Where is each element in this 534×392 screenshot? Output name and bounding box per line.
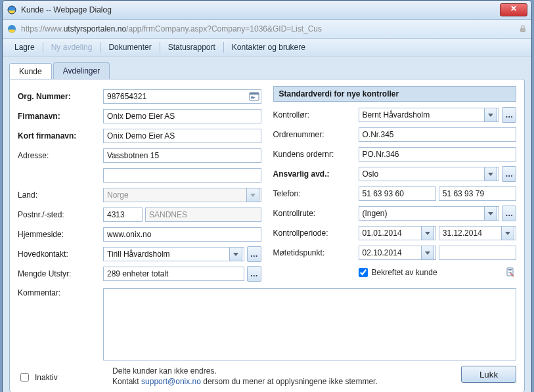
menu-separator <box>223 42 224 53</box>
registry-lookup-icon[interactable] <box>248 91 260 102</box>
tab-avdelinger[interactable]: Avdelinger <box>53 62 110 79</box>
chevron-down-icon[interactable] <box>484 108 497 122</box>
label-land: Land: <box>18 190 103 200</box>
input-adresse-2[interactable] <box>103 168 261 183</box>
svg-rect-10 <box>508 269 512 270</box>
label-bekreftet: Bekreftet av kunde <box>372 268 437 277</box>
input-telefon-2[interactable] <box>439 186 516 201</box>
label-kort-firmanavn: Kort firmanavn: <box>18 131 103 141</box>
input-poststed <box>145 207 261 222</box>
label-ordrenummer: Ordrenummer: <box>273 130 359 139</box>
chevron-down-icon[interactable] <box>246 188 259 202</box>
right-column: Standardverdi for nye kontroller Kontrol… <box>273 89 517 286</box>
url-bar: https://www.utstyrsportalen.no/app/frmCo… <box>3 20 531 39</box>
label-kontrollperiode: Kontrollperiode: <box>273 229 359 238</box>
window-title: Kunde -- Webpage Dialog <box>21 5 500 14</box>
label-hovedkontakt: Hovedkontakt: <box>18 250 103 259</box>
lookup-ansvarlig-button[interactable]: … <box>502 166 516 182</box>
date-periode-fra[interactable]: 01.01.2014 <box>359 226 436 240</box>
input-hjemmeside[interactable] <box>103 227 261 242</box>
form-panel: Org. Nummer: Firmanavn: Kort fi <box>9 79 525 392</box>
checkbox-inaktiv-input[interactable] <box>20 373 29 381</box>
checkbox-inaktiv[interactable]: Inaktiv <box>18 371 103 383</box>
input-mengde-utstyr[interactable] <box>103 267 244 281</box>
input-motetidspunkt-extra[interactable] <box>439 246 516 260</box>
section-standardverdier: Standardverdi for nye kontroller <box>273 86 517 102</box>
chevron-down-icon[interactable] <box>229 247 242 261</box>
chevron-down-icon[interactable] <box>484 206 497 221</box>
checkbox-bekreftet[interactable]: Bekreftet av kunde <box>359 268 437 277</box>
svg-rect-11 <box>508 271 512 271</box>
label-kontrollor: Kontrollør: <box>273 110 359 120</box>
svg-rect-3 <box>520 28 525 32</box>
tab-kunde[interactable]: Kunde <box>9 63 52 79</box>
combo-hovedkontakt[interactable]: Tirill Håvardsholm <box>103 247 244 261</box>
menu-ny-avdeling: Ny avdeling <box>46 39 98 56</box>
svg-rect-12 <box>508 272 512 272</box>
chevron-down-icon[interactable] <box>484 167 497 181</box>
label-inaktiv: Inaktiv <box>35 373 58 382</box>
date-periode-til[interactable]: 31.12.2014 <box>439 226 516 240</box>
svg-rect-5 <box>250 93 259 95</box>
input-telefon-1[interactable] <box>359 186 436 201</box>
footer-message: Delte kunder kan ikke endres. Kontakt su… <box>112 366 452 387</box>
menu-separator <box>100 42 100 53</box>
input-firmanavn[interactable] <box>103 109 261 123</box>
menu-dokumenter[interactable]: Dokumenter <box>103 39 156 56</box>
combo-kontrollrute[interactable]: (Ingen) <box>359 206 500 221</box>
label-orgnr: Org. Nummer: <box>18 92 103 101</box>
lookup-hovedkontakt-button[interactable]: … <box>247 246 261 262</box>
support-email-link[interactable]: support@onix.no <box>141 377 201 386</box>
lookup-mengde-button[interactable]: … <box>247 266 261 282</box>
label-kontrollrute: Kontrollrute: <box>273 209 359 218</box>
textarea-kommentar[interactable] <box>103 288 516 360</box>
chevron-down-icon[interactable] <box>421 226 434 240</box>
titlebar: Kunde -- Webpage Dialog ✕ <box>3 1 531 20</box>
svg-rect-7 <box>251 97 255 98</box>
menu-separator <box>160 42 160 53</box>
svg-rect-6 <box>251 96 254 97</box>
input-postnr[interactable] <box>103 207 143 222</box>
menu-lagre[interactable]: Lagre <box>9 39 40 56</box>
label-firmanavn: Firmanavn: <box>18 112 103 121</box>
input-kort-firmanavn[interactable] <box>103 129 261 143</box>
label-adresse: Adresse: <box>18 151 103 160</box>
menu-kontakter[interactable]: Kontakter og brukere <box>227 39 311 56</box>
date-motetidspunkt[interactable]: 02.10.2014 <box>359 246 436 260</box>
combo-land[interactable]: Norge <box>103 188 261 202</box>
input-ordrenummer[interactable] <box>359 127 517 142</box>
checkbox-bekreftet-input[interactable] <box>359 268 368 277</box>
url-text[interactable]: https://www.utstyrsportalen.no/app/frmCo… <box>21 22 514 35</box>
label-hjemmeside: Hjemmeside: <box>18 230 103 239</box>
close-button[interactable]: Lukk <box>461 366 516 383</box>
combo-ansvarlig-avd[interactable]: Oslo <box>359 167 500 181</box>
label-kommentar: Kommentar: <box>18 288 103 297</box>
lock-icon <box>518 24 527 33</box>
lookup-kontrollor-button[interactable]: … <box>502 107 516 123</box>
label-ansvarlig-avd: Ansvarlig avd.: <box>273 169 359 179</box>
ie-icon <box>7 5 17 15</box>
menu-statusrapport[interactable]: Statusrapport <box>163 39 221 56</box>
input-adresse-1[interactable] <box>103 148 261 163</box>
input-kundens-ordernr[interactable] <box>359 147 517 162</box>
chevron-down-icon[interactable] <box>421 246 434 260</box>
label-motetidspunkt: Møtetidspunkt: <box>273 248 359 257</box>
menu-separator <box>43 42 43 53</box>
ie-icon <box>7 24 17 34</box>
document-icon[interactable] <box>504 267 516 278</box>
chevron-down-icon[interactable] <box>501 226 514 240</box>
menu-bar: Lagre Ny avdeling Dokumenter Statusrappo… <box>3 39 531 56</box>
label-postnr: Postnr./-sted: <box>18 210 103 219</box>
window-close-button[interactable]: ✕ <box>500 3 527 16</box>
tab-strip: Kunde Avdelinger <box>9 62 525 79</box>
combo-kontrollor[interactable]: Bernt Håvardsholm <box>359 108 500 122</box>
svg-rect-8 <box>251 98 254 99</box>
left-column: Org. Nummer: Firmanavn: Kort fi <box>18 89 261 286</box>
input-orgnr[interactable] <box>103 89 261 104</box>
label-kundens-ordernr: Kundens ordernr: <box>273 150 359 159</box>
lookup-rute-button[interactable]: … <box>502 206 516 221</box>
label-telefon: Telefon: <box>273 189 359 198</box>
label-mengde-utstyr: Mengde Utstyr: <box>18 269 103 278</box>
